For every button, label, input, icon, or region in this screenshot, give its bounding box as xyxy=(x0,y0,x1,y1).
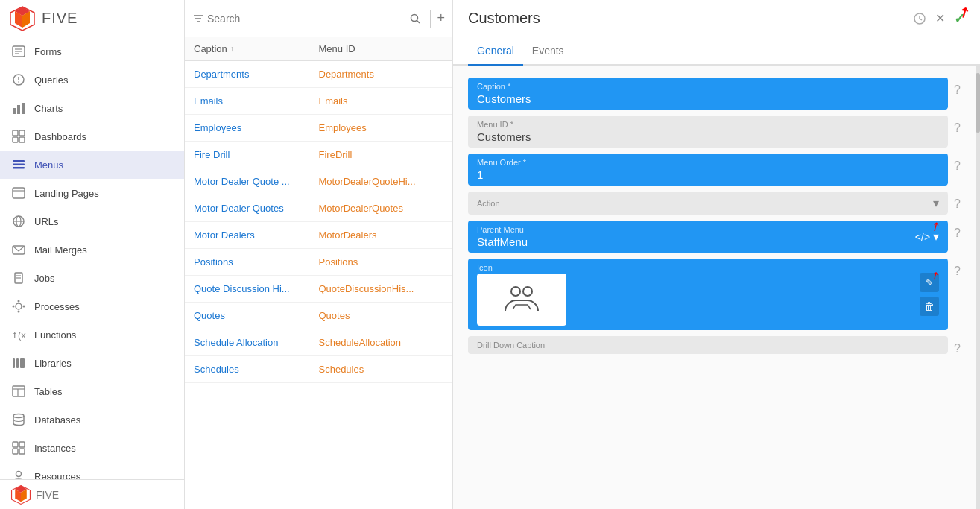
svg-rect-39 xyxy=(16,358,19,368)
menuorder-input[interactable]: Menu Order * 1 xyxy=(468,154,948,186)
icon-edit-button[interactable]: ✎ ↗ xyxy=(920,273,939,292)
sidebar-item-landing-pages[interactable]: Landing Pages xyxy=(0,179,184,207)
cell-menuid: Quotes xyxy=(319,310,444,321)
page-title: Customers xyxy=(468,10,913,27)
charts-icon xyxy=(10,100,27,116)
table-row[interactable]: Positions Positions xyxy=(185,249,452,276)
table-header: Caption ↑ Menu ID xyxy=(185,37,452,61)
sidebar-item-tables[interactable]: Tables xyxy=(0,377,184,405)
cell-caption: Motor Dealer Quote ... xyxy=(194,176,319,187)
icon-input[interactable]: Icon xyxy=(468,259,948,330)
table-row[interactable]: Fire Drill FireDrill xyxy=(185,142,452,168)
instances-icon xyxy=(10,440,27,456)
icon-help-icon[interactable]: ? xyxy=(954,265,961,278)
table-row[interactable]: Motor Dealers MotorDealers xyxy=(185,222,452,249)
sidebar-label-charts: Charts xyxy=(34,103,63,114)
dashboards-icon xyxy=(10,128,27,145)
sidebar-item-databases[interactable]: Databases xyxy=(0,405,184,434)
svg-point-31 xyxy=(16,303,22,309)
table-row[interactable]: Schedule Allocation ScheduleAllocation xyxy=(185,329,452,356)
add-button[interactable]: + xyxy=(437,10,445,26)
sidebar-item-processes[interactable]: Processes xyxy=(0,292,184,320)
right-scrollbar[interactable] xyxy=(976,66,980,509)
table-row[interactable]: Motor Dealer Quote ... MotorDealerQuoteH… xyxy=(185,168,452,195)
cell-caption: Fire Drill xyxy=(194,149,319,160)
svg-rect-40 xyxy=(20,358,25,368)
sidebar-label-dashboards: Dashboards xyxy=(34,131,86,142)
svg-rect-12 xyxy=(13,108,16,114)
drill-down-help-icon[interactable]: ? xyxy=(954,342,961,355)
table-row[interactable]: Quote Discussion Hi... QuoteDiscussionHi… xyxy=(185,276,452,303)
sidebar-label-tables: Tables xyxy=(34,386,63,397)
svg-rect-47 xyxy=(13,449,18,454)
sidebar-item-jobs[interactable]: Jobs xyxy=(0,264,184,292)
svg-point-49 xyxy=(16,472,22,477)
jobs-icon xyxy=(10,270,27,286)
sidebar-item-forms[interactable]: Forms xyxy=(0,37,184,66)
menuorder-help-icon[interactable]: ? xyxy=(954,159,961,173)
action-select[interactable]: Action ▾ xyxy=(468,192,948,215)
save-check-icon[interactable]: ✓ ↗ xyxy=(954,10,965,27)
caption-help-icon[interactable]: ? xyxy=(954,83,961,97)
sidebar-item-dashboards[interactable]: Dashboards xyxy=(0,122,184,151)
menuid-input[interactable]: Menu ID * Customers xyxy=(468,116,948,148)
table-row[interactable]: Emails Emails xyxy=(185,88,452,115)
drill-down-field-row: Drill Down Caption ? xyxy=(468,336,961,355)
svg-rect-20 xyxy=(13,164,25,166)
table-row[interactable]: Quotes Quotes xyxy=(185,303,452,329)
sidebar-label-instances: Instances xyxy=(34,443,76,454)
cell-menuid: Emails xyxy=(319,95,444,107)
svg-rect-17 xyxy=(13,137,18,142)
caption-input[interactable]: Caption * Customers xyxy=(468,78,948,110)
drill-down-label: Drill Down Caption xyxy=(477,341,939,350)
parent-menu-field-row: Parent Menu StaffMenu </> ▾ ↗ ? xyxy=(468,221,961,253)
sidebar-label-menus: Menus xyxy=(34,159,63,171)
middle-panel: + Caption ↑ Menu ID Departments Departme… xyxy=(185,0,453,509)
sidebar-item-libraries[interactable]: Libraries xyxy=(0,349,184,377)
sidebar-item-mail-merges[interactable]: Mail Merges xyxy=(0,235,184,264)
menuid-help-icon[interactable]: ? xyxy=(954,121,961,135)
menuorder-field: Menu Order * 1 xyxy=(468,154,948,186)
history-icon[interactable] xyxy=(913,12,926,25)
search-icon[interactable] xyxy=(409,13,421,25)
table-row[interactable]: Schedules Schedules xyxy=(185,356,452,383)
svg-rect-18 xyxy=(19,137,25,142)
svg-rect-46 xyxy=(19,442,25,447)
cell-caption: Positions xyxy=(194,256,319,268)
tab-events[interactable]: Events xyxy=(523,37,573,66)
action-help-icon[interactable]: ? xyxy=(954,197,961,211)
svg-line-62 xyxy=(417,20,420,23)
sidebar-item-functions[interactable]: f(x) Functions xyxy=(0,320,184,349)
table-row[interactable]: Motor Dealer Quotes MotorDealerQuotes xyxy=(185,195,452,222)
parent-menu-help-icon[interactable]: ? xyxy=(954,227,961,240)
cell-caption: Quote Discussion Hi... xyxy=(194,283,319,294)
sidebar-item-resources[interactable]: Resources xyxy=(0,462,184,479)
cell-menuid: FireDrill xyxy=(319,149,444,160)
menus-icon xyxy=(10,157,27,173)
svg-point-11 xyxy=(18,81,19,83)
table-row[interactable]: Employees Employees xyxy=(185,115,452,142)
sidebar-item-urls[interactable]: URLs xyxy=(0,207,184,235)
column-header-menuid: Menu ID xyxy=(319,43,444,54)
filter-icon[interactable] xyxy=(192,13,204,25)
sidebar-item-queries[interactable]: Queries xyxy=(0,66,184,94)
sidebar-label-urls: URLs xyxy=(34,216,59,227)
search-input[interactable] xyxy=(207,13,409,25)
close-icon[interactable]: ✕ xyxy=(935,11,945,25)
parent-menu-value: StaffMenu xyxy=(477,235,915,248)
middle-toolbar: + xyxy=(185,0,452,37)
sidebar-item-instances[interactable]: Instances xyxy=(0,434,184,462)
icon-delete-button[interactable]: 🗑 xyxy=(920,297,939,316)
drill-down-input[interactable]: Drill Down Caption xyxy=(468,336,948,354)
menuorder-value: 1 xyxy=(477,168,939,181)
svg-rect-38 xyxy=(13,358,15,368)
drill-down-field: Drill Down Caption xyxy=(468,336,948,354)
sidebar-label-processes: Processes xyxy=(34,301,80,312)
tab-general[interactable]: General xyxy=(468,37,523,66)
cell-caption: Employees xyxy=(194,122,319,133)
table-row[interactable]: Departments Departments xyxy=(185,61,452,88)
sidebar-item-menus[interactable]: Menus xyxy=(0,151,184,179)
sidebar-item-charts[interactable]: Charts xyxy=(0,94,184,122)
sidebar-label-queries: Queries xyxy=(34,75,69,86)
parent-menu-input[interactable]: Parent Menu StaffMenu </> ▾ ↗ xyxy=(468,221,948,253)
